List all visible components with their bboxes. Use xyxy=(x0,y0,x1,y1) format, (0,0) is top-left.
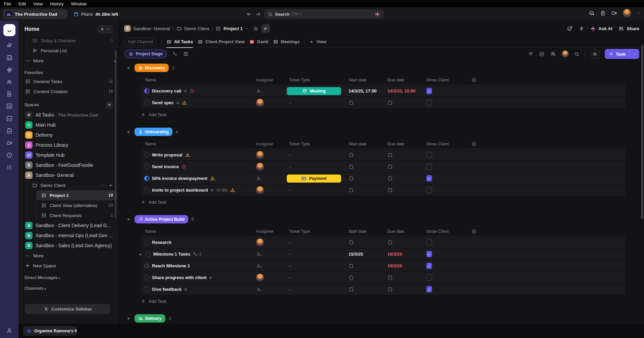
channels-section[interactable]: Channels ▸ xyxy=(18,281,117,292)
task-row[interactable]: 50% invoice downpayment Payment ✓ xyxy=(141,173,625,184)
sidebar-add-button[interactable] xyxy=(97,25,113,33)
ticket-type-empty[interactable]: – xyxy=(289,263,291,268)
me-filter-avatar[interactable] xyxy=(561,50,569,58)
due-date-add-icon[interactable] xyxy=(387,152,393,158)
automation-bolt-icon[interactable] xyxy=(579,26,584,31)
due-date-add-icon[interactable] xyxy=(387,100,393,106)
search-input[interactable]: Search Ctrl J xyxy=(264,9,384,19)
start-date-add-icon[interactable] xyxy=(348,152,354,158)
add-space-icon[interactable] xyxy=(106,101,113,109)
sidebar-scrollbar[interactable] xyxy=(115,50,116,218)
col-ticket-type[interactable]: Ticket Type xyxy=(289,142,348,146)
sidebar-item-today-overdue[interactable]: Today & Overdue5 xyxy=(28,36,117,46)
assignee-add-icon[interactable] xyxy=(256,176,262,182)
menu-history[interactable]: History xyxy=(50,1,63,6)
start-date-add-icon[interactable] xyxy=(348,164,354,170)
blocked-icon[interactable] xyxy=(190,88,195,93)
task-name[interactable]: Reach Milestone 1 xyxy=(152,263,190,268)
expand-subtasks-icon[interactable]: ▸ xyxy=(140,252,143,257)
col-ticket-type[interactable]: Ticket Type xyxy=(289,229,348,234)
status-todo-icon[interactable] xyxy=(144,275,149,280)
tab-gantt[interactable]: Gantt xyxy=(249,36,268,48)
add-channel-button[interactable]: Add Channel xyxy=(124,38,157,46)
space-main-hub[interactable]: Main Hub xyxy=(18,120,117,130)
warning-icon[interactable] xyxy=(230,188,235,193)
spaces-more-button[interactable]: More xyxy=(18,251,117,261)
rail-profile-icon[interactable] xyxy=(6,327,13,334)
favorite-general-tasks[interactable]: General Tasks11 xyxy=(18,76,117,86)
rail-home-icon[interactable] xyxy=(3,24,15,36)
rail-doc-icon[interactable] xyxy=(6,91,12,97)
start-date-add-icon[interactable] xyxy=(348,176,354,181)
status-in-progress-icon[interactable] xyxy=(144,176,149,181)
new-task-button[interactable]: Task xyxy=(605,49,639,59)
ai-sparkle-icon[interactable] xyxy=(375,11,380,17)
task-name[interactable]: Discovery call xyxy=(152,88,181,93)
breadcrumb-sandbox-general[interactable]: SSandbox- General xyxy=(124,25,170,32)
menu-window[interactable]: Window xyxy=(71,1,87,6)
assignee-add-icon[interactable] xyxy=(256,88,262,94)
rail-clipcheck-icon[interactable] xyxy=(6,128,13,134)
status-in-progress-icon[interactable] xyxy=(144,88,149,93)
plianz-timer[interactable]: Plianz 4h 28m left xyxy=(73,11,118,17)
start-date-add-icon[interactable] xyxy=(348,187,354,193)
add-column-icon[interactable] xyxy=(471,77,477,83)
group-status-pill[interactable]: Delivery xyxy=(135,314,165,323)
task-name[interactable]: 50% invoice downpayment xyxy=(152,176,207,181)
show-client-checkbox[interactable] xyxy=(426,274,432,281)
task-row[interactable]: Send spec≡ – xyxy=(141,97,625,108)
breadcrumb-demo-client[interactable]: Demo Client xyxy=(176,26,209,31)
warning-icon[interactable] xyxy=(182,100,187,105)
ticket-type-empty[interactable]: – xyxy=(289,275,291,280)
menu-edit[interactable]: Edit xyxy=(18,1,26,6)
plus-icon[interactable] xyxy=(108,183,113,188)
assignee-add-icon[interactable] xyxy=(256,286,262,292)
sidebar-more-button[interactable]: More xyxy=(18,56,117,66)
add-task-button[interactable]: Add Task xyxy=(141,296,644,306)
filter-icon[interactable] xyxy=(528,51,534,57)
description-icon[interactable]: ≡ xyxy=(184,287,187,292)
collapse-group-icon[interactable]: ▼ xyxy=(126,217,131,221)
quick-task-icon[interactable] xyxy=(589,10,595,16)
closed-tasks-icon[interactable] xyxy=(539,51,545,57)
ticket-type-empty[interactable]: – xyxy=(289,287,291,292)
task-row[interactable]: Invite to project dashboard≡0/1 – xyxy=(141,185,625,196)
assignee-avatar[interactable] xyxy=(256,274,264,282)
add-column-icon[interactable] xyxy=(471,141,477,147)
ask-ai-button[interactable]: Ask AI xyxy=(590,26,612,31)
space-template-hub[interactable]: Template Hub xyxy=(18,150,117,160)
show-client-checkbox[interactable] xyxy=(426,163,432,170)
description-icon[interactable]: ≡ xyxy=(176,100,179,106)
list-client-requests[interactable]: Client Requests1 xyxy=(37,210,117,220)
assignee-add-icon[interactable] xyxy=(256,263,262,269)
status-todo-icon[interactable] xyxy=(144,164,149,169)
list-project-1[interactable]: Project 119 xyxy=(37,190,117,200)
due-date[interactable]: 19/3/25 xyxy=(387,263,402,268)
group-by-stage-pill[interactable]: Project Stage xyxy=(124,50,167,58)
rail-flower-icon[interactable] xyxy=(6,67,13,73)
checklist-progress[interactable]: 0/1 xyxy=(216,188,227,193)
start-date-add-icon[interactable] xyxy=(348,263,354,269)
add-reaction-icon[interactable] xyxy=(567,25,573,31)
show-client-checkbox[interactable] xyxy=(426,99,432,106)
blocked-icon[interactable] xyxy=(181,164,186,169)
ticket-type-empty[interactable]: – xyxy=(289,240,291,245)
nav-back-icon[interactable] xyxy=(246,11,252,17)
col-show-client[interactable]: Show Client xyxy=(426,229,471,234)
collapse-group-icon[interactable]: ▼ xyxy=(126,317,131,321)
content-scrollbar[interactable] xyxy=(641,45,643,219)
ticket-type-empty[interactable]: – xyxy=(289,252,291,257)
rail-griddots-icon[interactable] xyxy=(6,164,12,171)
task-button-dropdown[interactable] xyxy=(630,49,639,59)
tab-client-project-view[interactable]: Client Project View xyxy=(198,36,245,48)
user-avatar[interactable] xyxy=(623,9,631,17)
description-icon[interactable]: ≡ xyxy=(211,188,213,193)
favorite-star-icon[interactable] xyxy=(253,26,259,31)
record-clip-icon[interactable] xyxy=(611,10,617,16)
task-row[interactable]: Give feedback≡ – ✓ xyxy=(141,284,625,295)
add-view-button[interactable]: View xyxy=(309,36,326,48)
menu-view[interactable]: View xyxy=(33,1,43,6)
ticket-type-empty[interactable]: – xyxy=(289,100,291,105)
rail-video-icon[interactable] xyxy=(6,140,12,146)
due-date-add-icon[interactable] xyxy=(387,286,393,292)
